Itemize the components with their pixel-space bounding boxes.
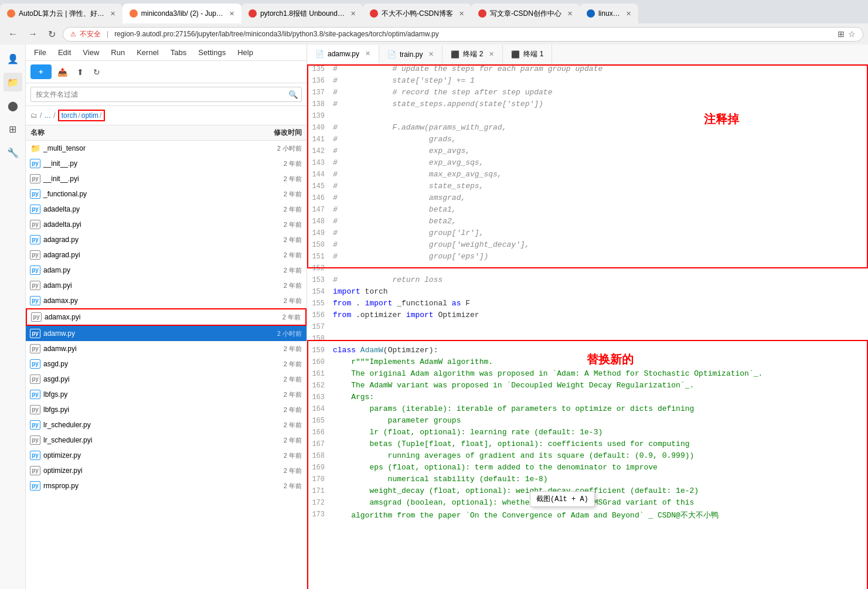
tab-favicon-4 bbox=[370, 9, 378, 18]
browser-tab-1[interactable]: AutoDL算力云 | 弹性、好… ✕ bbox=[0, 4, 122, 23]
menu-settings[interactable]: Settings bbox=[192, 46, 232, 59]
address-bar[interactable]: ⚠ 不安全 | region-9.autodl.pro:27156/jupyte… bbox=[63, 27, 863, 42]
sidebar-icon-tabs[interactable]: ⊞ bbox=[4, 120, 22, 138]
file-item-multi-tensor[interactable]: 📁 _multi_tensor 2 小时前 bbox=[26, 141, 307, 156]
notebook-tab-terminal2[interactable]: ⬛ 终端 2 ✕ bbox=[442, 45, 503, 64]
menu-run[interactable]: Run bbox=[105, 46, 131, 59]
col-modified-header[interactable]: 修改时间 bbox=[255, 128, 302, 138]
reload-button[interactable]: ↻ bbox=[45, 28, 59, 41]
tab-favicon-6 bbox=[587, 9, 595, 18]
file-item-lbfgs-pyi[interactable]: py lbfgs.pyi 2 年前 bbox=[26, 402, 307, 417]
sidebar-icon-files[interactable]: 📁 bbox=[4, 73, 22, 91]
file-item-lr-scheduler-py[interactable]: py lr_scheduler.py 2 年前 bbox=[26, 417, 307, 433]
notebook-tab-terminal1[interactable]: ⬛ 终端 1 bbox=[503, 45, 552, 64]
file-item-adagrad-pyi[interactable]: py adagrad.pyi 2 年前 bbox=[26, 247, 307, 263]
sidebar-icon-running[interactable]: ⬤ bbox=[4, 96, 22, 115]
file-item-adagrad-py[interactable]: py adagrad.py 2 年前 bbox=[26, 232, 307, 247]
file-item-functional-py[interactable]: py _functional.py 2 年前 bbox=[26, 186, 307, 202]
line-content-150: # group['weight_decay'], bbox=[331, 240, 868, 249]
sidebar-icon-person[interactable]: 👤 bbox=[4, 49, 22, 68]
line-content-137: # # record the step after step update bbox=[331, 88, 868, 97]
file-item-init-py[interactable]: py __init__.py 2 年前 bbox=[26, 156, 307, 171]
tab-close-5[interactable]: ✕ bbox=[567, 10, 573, 18]
search-input[interactable] bbox=[30, 87, 302, 102]
file-item-adam-pyi[interactable]: py adam.pyi 2 年前 bbox=[26, 278, 307, 293]
file-item-lr-scheduler-pyi[interactable]: py lr_scheduler.pyi 2 年前 bbox=[26, 433, 307, 448]
upload2-button[interactable]: ⬆ bbox=[73, 66, 87, 79]
file-name-init-pyi: __init__.pyi bbox=[43, 175, 251, 183]
py-icon-adagrad: py bbox=[30, 235, 40, 244]
tab-close-6[interactable]: ✕ bbox=[626, 10, 631, 18]
line-num-139: 139 bbox=[307, 111, 331, 120]
browser-tab-2[interactable]: miniconda3/lib/ (2) - Jup… ✕ bbox=[122, 4, 241, 23]
file-item-asgd-py[interactable]: py asgd.py 2 年前 bbox=[26, 356, 307, 372]
code-editor[interactable]: 注释掉 替换新的 截图(Alt + A) 135 # # update the … bbox=[307, 64, 868, 589]
line-content-149: # group['lr'], bbox=[331, 229, 868, 237]
file-item-adamw-py[interactable]: py adamw.py 2 小时前 bbox=[26, 326, 307, 341]
new-button[interactable]: + bbox=[30, 64, 52, 79]
file-item-optimizer-pyi[interactable]: py optimizer.pyi 2 年前 bbox=[26, 463, 307, 478]
browser-tab-3[interactable]: pytorch1.8报错 Unbound… ✕ bbox=[241, 4, 363, 23]
menu-tabs[interactable]: Tabs bbox=[165, 46, 192, 59]
back-button[interactable]: ← bbox=[5, 28, 21, 40]
notebook-tab-train[interactable]: 📄 train.py ✕ bbox=[379, 46, 442, 63]
tab-close-train[interactable]: ✕ bbox=[428, 50, 434, 58]
bookmark-icon[interactable]: ☆ bbox=[848, 29, 856, 39]
tab-close-2[interactable]: ✕ bbox=[229, 10, 234, 18]
tab-close-adamw[interactable]: ✕ bbox=[365, 50, 370, 57]
code-line-158: 158 bbox=[307, 334, 868, 346]
menu-file[interactable]: File bbox=[28, 46, 52, 59]
refresh-button[interactable]: ↻ bbox=[90, 66, 104, 79]
file-time-adadelta-pyi: 2 年前 bbox=[255, 220, 302, 229]
tab-label-terminal2: 终端 2 bbox=[463, 49, 483, 59]
line-num-149: 149 bbox=[307, 229, 331, 237]
file-item-init-pyi[interactable]: py __init__.pyi 2 年前 bbox=[26, 171, 307, 186]
menu-help[interactable]: Help bbox=[232, 46, 259, 59]
line-num-153: 153 bbox=[307, 275, 331, 284]
line-content-147: # beta1, bbox=[331, 205, 868, 214]
file-list-header: 名称 修改时间 bbox=[26, 125, 307, 141]
file-time-adamax-py: 2 年前 bbox=[255, 297, 302, 305]
breadcrumb-root[interactable]: 🗂 bbox=[30, 111, 38, 120]
search-icon[interactable]: 🔍 bbox=[288, 90, 298, 99]
notebook-tab-adamw[interactable]: 📄 adamw.py ✕ bbox=[307, 45, 379, 64]
file-item-adamax-py[interactable]: py adamax.py 2 年前 bbox=[26, 293, 307, 308]
tab-close-3[interactable]: ✕ bbox=[350, 10, 356, 18]
tab-close-1[interactable]: ✕ bbox=[110, 10, 115, 18]
file-name-adagrad-py: adagrad.py bbox=[43, 236, 251, 244]
line-num-159: 159 bbox=[307, 346, 331, 355]
file-item-adam-py[interactable]: py adam.py 2 年前 bbox=[26, 263, 307, 278]
tab-close-4[interactable]: ✕ bbox=[459, 10, 464, 18]
file-item-adamw-pyi[interactable]: py adamw.pyi 2 年前 bbox=[26, 341, 307, 356]
breadcrumb-path-box[interactable]: torch / optim / bbox=[58, 110, 105, 121]
forward-button[interactable]: → bbox=[25, 28, 41, 40]
file-icon-adamw-tab: 📄 bbox=[315, 50, 324, 58]
file-item-adadelta-pyi[interactable]: py adadelta.pyi 2 年前 bbox=[26, 217, 307, 232]
code-line-151: 151 # group['eps']) bbox=[307, 252, 868, 264]
code-line-145: 145 # state_steps, bbox=[307, 182, 868, 193]
menu-view[interactable]: View bbox=[77, 46, 105, 59]
code-line-173: 173 algorithm from the paper `On the Con… bbox=[307, 510, 868, 522]
col-name-header[interactable]: 名称 bbox=[30, 128, 255, 138]
browser-tab-6[interactable]: linux… ✕ bbox=[580, 4, 638, 23]
file-item-adadelta-py[interactable]: py adadelta.py 2 年前 bbox=[26, 202, 307, 217]
upload-button[interactable]: 📤 bbox=[54, 66, 71, 79]
tab-close-terminal2[interactable]: ✕ bbox=[489, 50, 494, 58]
line-num-136: 136 bbox=[307, 76, 331, 85]
py-icon-adadelta: py bbox=[30, 205, 40, 214]
sidebar-icon-extensions[interactable]: 🔧 bbox=[4, 143, 22, 162]
menu-kernel[interactable]: Kernel bbox=[131, 46, 165, 59]
breadcrumb-dots[interactable]: … bbox=[44, 111, 51, 120]
file-item-adamax-pyi[interactable]: py adamax.pyi 2 年前 bbox=[26, 308, 307, 326]
file-item-optimizer-py[interactable]: py optimizer.py 2 年前 bbox=[26, 448, 307, 463]
file-item-rmsprop-py[interactable]: py rmsprop.py 2 年前 bbox=[26, 478, 307, 493]
browser-tab-5[interactable]: 写文章-CSDN创作中心 ✕ bbox=[471, 4, 580, 23]
file-item-lbfgs-py[interactable]: py lbfgs.py 2 年前 bbox=[26, 387, 307, 402]
file-item-asgd-pyi[interactable]: py asgd.pyi 2 年前 bbox=[26, 372, 307, 387]
pyi-icon-lr-scheduler: py bbox=[30, 435, 40, 445]
translate-icon[interactable]: ⊞ bbox=[838, 29, 845, 39]
file-time-asgd-py: 2 年前 bbox=[255, 360, 302, 369]
browser-tab-4[interactable]: 不大不小鸭-CSDN博客 ✕ bbox=[363, 4, 471, 23]
menu-edit[interactable]: Edit bbox=[52, 46, 77, 59]
file-time-adamw-pyi: 2 年前 bbox=[255, 345, 302, 353]
